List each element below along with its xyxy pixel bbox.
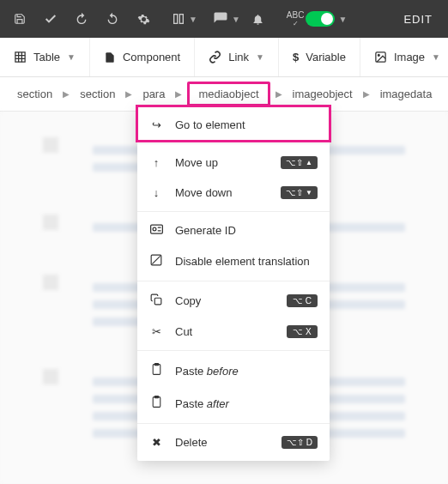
image-icon (374, 51, 387, 64)
translate-off-icon (149, 254, 163, 269)
spellcheck-toggle[interactable]: ABC✓ ▼ (287, 11, 347, 27)
breadcrumb-item[interactable]: section (75, 84, 120, 104)
comment-dropdown[interactable]: ▼ (213, 11, 240, 27)
image-label: Image (394, 51, 425, 64)
menu-label: Paste before (175, 365, 239, 378)
menu-delete[interactable]: ✖ Delete ⌥⇧ D (137, 427, 330, 457)
shortcut-badge: ⌥⇧▼ (281, 186, 318, 199)
top-toolbar: ▼ ▼ ABC✓ ▼ EDIT (0, 0, 448, 38)
chevron-right-icon: ▶ (363, 89, 370, 99)
menu-paste-before[interactable]: Paste before (137, 354, 330, 387)
chevron-right-icon: ▶ (275, 89, 282, 99)
menu-label: Move up (175, 156, 218, 169)
svg-rect-1 (179, 15, 183, 24)
share-arrow-icon: ↪ (149, 118, 163, 131)
menu-paste-after[interactable]: Paste after (137, 387, 330, 420)
shortcut-badge: ⌥⇧ D (282, 436, 318, 449)
menu-divider (137, 143, 330, 144)
menu-copy[interactable]: Copy ⌥ C (137, 285, 330, 317)
menu-divider (137, 350, 330, 351)
menu-label: Copy (175, 294, 201, 307)
mode-label[interactable]: EDIT (403, 13, 441, 26)
svg-rect-19 (154, 396, 158, 398)
chevron-down-icon: ▼ (232, 15, 240, 24)
toggle-switch[interactable] (306, 11, 335, 27)
chevron-down-icon: ▼ (432, 52, 440, 62)
breadcrumb-item[interactable]: imagedata (375, 84, 438, 104)
link-icon (209, 51, 221, 64)
menu-label: Generate ID (175, 224, 236, 237)
variable-label: Variable (306, 51, 346, 64)
menu-divider (137, 211, 330, 212)
arrow-up-icon: ↑ (149, 156, 163, 169)
svg-point-8 (378, 54, 379, 56)
save-icon[interactable] (7, 6, 33, 32)
spellcheck-icon: ABC✓ (287, 11, 305, 27)
table-icon (14, 51, 27, 64)
settings-gear-icon[interactable] (130, 6, 156, 32)
insert-toolbar: Table ▼ Component Link ▼ $ Variable Imag… (0, 38, 448, 77)
link-label: Link (228, 51, 249, 64)
link-menu[interactable]: Link ▼ (195, 38, 279, 76)
menu-move-down[interactable]: ↓ Move down ⌥⇧▼ (137, 178, 330, 208)
svg-rect-0 (174, 15, 178, 24)
id-card-icon (149, 224, 163, 237)
svg-rect-2 (15, 52, 25, 62)
chevron-down-icon: ▼ (189, 15, 197, 24)
menu-cut[interactable]: ✂ Cut ⌥ X (137, 317, 330, 347)
menu-divider (137, 423, 330, 424)
menu-label: Delete (175, 436, 208, 449)
menu-go-to-element[interactable]: ↪ Go to element (137, 110, 330, 140)
dollar-icon: $ (293, 51, 299, 64)
check-icon[interactable] (38, 6, 64, 32)
close-icon: ✖ (149, 436, 163, 449)
chevron-right-icon: ▶ (175, 89, 182, 99)
image-menu[interactable]: Image ▼ (360, 38, 448, 76)
layout-dropdown[interactable]: ▼ (172, 12, 197, 26)
breadcrumb-item[interactable]: section (12, 84, 58, 104)
shortcut-badge: ⌥ X (287, 325, 318, 338)
menu-label: Disable element translation (175, 255, 310, 268)
svg-rect-15 (154, 298, 161, 305)
breadcrumb-item-active[interactable]: mediaobject (187, 82, 269, 106)
clipboard-icon (149, 363, 163, 378)
menu-move-up[interactable]: ↑ Move up ⌥⇧▲ (137, 148, 330, 178)
menu-generate-id[interactable]: Generate ID (137, 215, 330, 245)
svg-rect-16 (153, 365, 160, 375)
menu-divider (137, 281, 330, 281)
copy-icon (149, 293, 163, 308)
scissors-icon: ✂ (149, 325, 163, 338)
redo-icon[interactable] (100, 6, 125, 32)
chevron-right-icon: ▶ (63, 89, 70, 99)
menu-label: Move down (175, 186, 232, 199)
arrow-down-icon: ↓ (149, 186, 163, 199)
component-button[interactable]: Component (90, 38, 195, 76)
shortcut-badge: ⌥ C (287, 294, 318, 307)
menu-disable-translation[interactable]: Disable element translation (137, 245, 330, 277)
file-icon (104, 51, 116, 64)
table-menu[interactable]: Table ▼ (0, 38, 90, 76)
undo-icon[interactable] (69, 6, 94, 32)
chevron-down-icon: ▼ (256, 52, 264, 62)
menu-label: Paste after (175, 397, 229, 410)
clipboard-icon (149, 396, 163, 411)
chevron-right-icon: ▶ (125, 89, 132, 99)
table-label: Table (33, 51, 60, 64)
component-label: Component (123, 51, 180, 64)
breadcrumb-item[interactable]: imageobject (288, 84, 358, 104)
svg-line-14 (152, 256, 160, 263)
svg-rect-18 (153, 397, 160, 408)
menu-label: Cut (175, 325, 192, 338)
svg-point-10 (153, 227, 156, 231)
chevron-down-icon: ▼ (67, 52, 76, 62)
context-menu: ↪ Go to element ↑ Move up ⌥⇧▲ ↓ Move dow… (137, 106, 330, 461)
breadcrumb-item[interactable]: para (137, 84, 170, 104)
variable-button[interactable]: $ Variable (279, 38, 360, 76)
menu-label: Go to element (175, 118, 245, 131)
chevron-down-icon: ▼ (338, 15, 347, 24)
svg-rect-17 (154, 364, 158, 366)
notifications-bell-icon[interactable] (245, 6, 271, 32)
shortcut-badge: ⌥⇧▲ (281, 156, 318, 169)
